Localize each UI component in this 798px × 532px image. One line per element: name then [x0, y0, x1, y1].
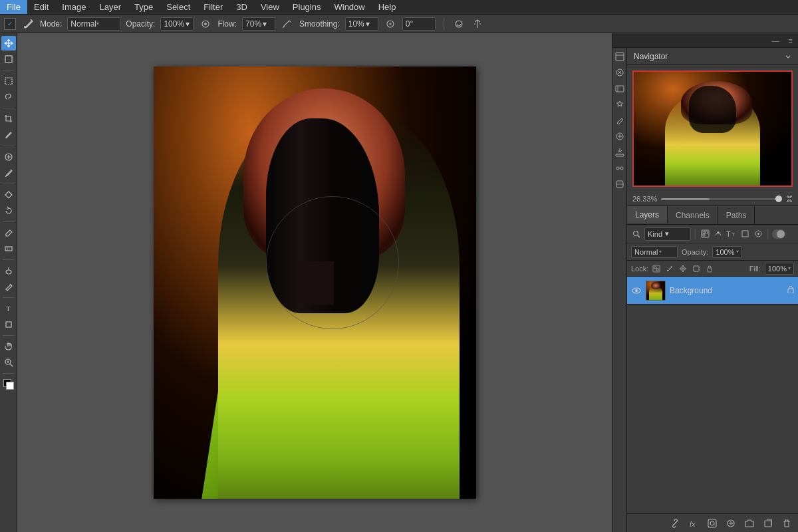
menu-image[interactable]: Image: [55, 0, 92, 14]
opacity-input[interactable]: 100% ▾: [712, 246, 741, 258]
add-style-icon[interactable]: fx: [688, 517, 700, 529]
svg-point-2: [204, 23, 207, 25]
canvas-container: [154, 66, 476, 499]
filter-smartobj-icon[interactable]: [753, 229, 763, 239]
crop-tool[interactable]: [1, 112, 16, 126]
menu-filter[interactable]: Filter: [197, 0, 229, 14]
svg-line-53: [674, 522, 676, 525]
panel-collapse-btn[interactable]: —: [769, 35, 782, 46]
panel-icon-3[interactable]: [614, 82, 626, 94]
foreground-color[interactable]: [1, 377, 16, 392]
menu-edit[interactable]: Edit: [27, 0, 55, 14]
navigator-collapse-icon: [785, 53, 791, 60]
navigator-header[interactable]: Navigator: [627, 48, 798, 65]
filter-text-icon[interactable]: T T: [726, 229, 737, 239]
healing-tool[interactable]: [1, 150, 16, 164]
eyedropper-tool[interactable]: [1, 128, 16, 142]
symmetry-icon[interactable]: [471, 17, 484, 31]
type-tool[interactable]: T: [1, 301, 16, 316]
filter-kind-dropdown[interactable]: Kind ▾: [644, 227, 691, 241]
svg-rect-55: [708, 519, 716, 527]
delete-layer-icon[interactable]: [781, 517, 793, 529]
panel-icon-2[interactable]: [614, 66, 626, 78]
layer-item-background[interactable]: Background: [627, 277, 798, 305]
blend-mode-dropdown[interactable]: Normal ▾: [631, 246, 678, 258]
svg-rect-6: [5, 78, 12, 84]
smoothing-value[interactable]: 10%▾: [345, 17, 378, 31]
flow-value[interactable]: 70%▾: [242, 17, 275, 31]
dodge-tool[interactable]: [1, 263, 16, 278]
main-area: T: [0, 33, 798, 532]
layer-visibility-toggle[interactable]: [631, 285, 642, 296]
tab-layers[interactable]: Layers: [627, 206, 668, 224]
filter-toggle[interactable]: [772, 229, 785, 239]
menu-layer[interactable]: Layer: [93, 0, 128, 14]
nav-thumbnail[interactable]: [632, 70, 793, 187]
menu-3d[interactable]: 3D: [229, 0, 254, 14]
stylus-icon[interactable]: [281, 17, 294, 31]
artboard-tool[interactable]: [1, 52, 16, 66]
angle-value[interactable]: 0°: [402, 17, 436, 31]
brush-tool[interactable]: [1, 166, 16, 180]
right-panel: — ≡: [612, 33, 798, 532]
tab-channels[interactable]: Channels: [668, 206, 718, 224]
brush-tool-icon: [21, 17, 35, 31]
add-adjustment-icon[interactable]: [725, 517, 737, 529]
svg-rect-10: [5, 247, 12, 251]
canvas-area[interactable]: [17, 33, 612, 532]
layers-bottom-bar: fx: [627, 513, 798, 532]
filter-adjustment-icon[interactable]: [713, 229, 724, 239]
filter-shape-icon[interactable]: [739, 229, 750, 239]
menu-select[interactable]: Select: [160, 0, 197, 14]
airbrush-icon[interactable]: [199, 17, 212, 31]
hand-tool[interactable]: [1, 339, 16, 354]
lock-pixels-icon[interactable]: [651, 263, 662, 274]
tool-preset[interactable]: ✓: [4, 18, 16, 30]
svg-point-29: [620, 167, 623, 170]
panel-icon-5[interactable]: [614, 114, 626, 126]
menu-file[interactable]: File: [0, 0, 27, 14]
lock-paint-icon[interactable]: [664, 263, 675, 274]
clone-tool[interactable]: [1, 188, 16, 202]
navigator-panel: Navigator: [627, 48, 798, 206]
lasso-tool[interactable]: [1, 90, 16, 104]
panel-icon-8[interactable]: [614, 162, 626, 174]
menu-view[interactable]: View: [254, 0, 286, 14]
menu-plugins[interactable]: Plugins: [286, 0, 328, 14]
menu-type[interactable]: Type: [128, 0, 160, 14]
move-tool[interactable]: [1, 36, 16, 51]
panel-icon-1[interactable]: [614, 51, 626, 63]
panel-icon-4[interactable]: [614, 98, 626, 110]
lock-all-icon[interactable]: [704, 263, 715, 274]
history-brush-tool[interactable]: [1, 203, 16, 218]
opacity-value[interactable]: 100%▾: [160, 17, 194, 31]
panel-icon-9[interactable]: [614, 178, 626, 190]
add-group-icon[interactable]: [743, 517, 755, 529]
lock-position-icon[interactable]: [678, 263, 688, 274]
zoom-slider[interactable]: [661, 198, 782, 200]
filter-pixel-icon[interactable]: [700, 229, 710, 239]
fill-input[interactable]: 100% ▾: [765, 263, 794, 275]
tab-paths[interactable]: Paths: [718, 206, 755, 224]
zoom-tool[interactable]: [1, 355, 16, 370]
marquee-tool[interactable]: [1, 74, 16, 88]
add-mask-icon[interactable]: [706, 517, 718, 529]
eraser-tool[interactable]: [1, 225, 16, 240]
mode-dropdown[interactable]: Normal ▾: [67, 17, 120, 31]
layers-tab-bar: Layers Channels Paths: [627, 206, 798, 225]
lock-artboard-icon[interactable]: [691, 263, 702, 274]
add-layer-icon[interactable]: [762, 517, 774, 529]
pen-tool[interactable]: [1, 279, 16, 294]
gradient-tool[interactable]: [1, 241, 16, 256]
menu-help[interactable]: Help: [372, 0, 403, 14]
link-layers-icon[interactable]: [669, 517, 681, 529]
panel-icon-6[interactable]: [614, 130, 626, 142]
panel-icon-7[interactable]: [614, 146, 626, 158]
shape-tool[interactable]: [1, 317, 16, 332]
pressure-icon[interactable]: [452, 17, 466, 31]
panel-close-btn[interactable]: ≡: [786, 35, 795, 46]
menu-window[interactable]: Window: [327, 0, 371, 14]
smoothing-options-icon[interactable]: [384, 17, 397, 31]
svg-point-9: [5, 176, 7, 177]
svg-point-39: [717, 232, 719, 234]
